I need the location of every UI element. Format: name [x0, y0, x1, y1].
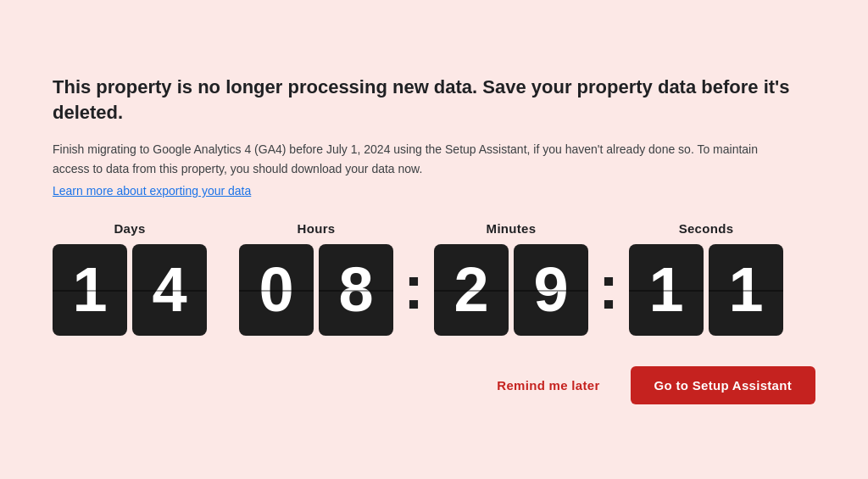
- minutes-label: Minutes: [487, 221, 537, 236]
- hours-digit-2-value: 8: [338, 259, 373, 321]
- seconds-label: Seconds: [679, 221, 734, 236]
- hours-unit: Hours 0 8: [239, 221, 393, 336]
- minutes-digit-1: 2: [434, 244, 509, 336]
- days-digits: 1 4: [53, 244, 207, 336]
- dialog-title: This property is no longer processing ne…: [53, 75, 815, 125]
- hours-digit-1: 0: [239, 244, 314, 336]
- remind-later-button[interactable]: Remind me later: [480, 368, 616, 403]
- hours-digit-2: 8: [319, 244, 393, 336]
- colon-separator-1: :: [402, 257, 426, 318]
- countdown-wrapper: Days 1 4 Hours 0 8: [53, 221, 783, 336]
- seconds-digit-1-value: 1: [648, 259, 683, 321]
- export-data-link[interactable]: Learn more about exporting your data: [53, 184, 251, 198]
- countdown-section: Days 1 4 Hours 0 8: [53, 221, 815, 336]
- main-dialog: This property is no longer processing ne…: [19, 47, 849, 432]
- seconds-digit-1: 1: [629, 244, 704, 336]
- days-digit-1: 1: [53, 244, 127, 336]
- minutes-unit: Minutes 2 9: [434, 221, 588, 336]
- days-digit-1-value: 1: [72, 259, 107, 321]
- days-label: Days: [114, 221, 145, 236]
- days-digit-2-value: 4: [152, 259, 186, 321]
- seconds-digits: 1 1: [629, 244, 783, 336]
- hours-digit-1-value: 0: [259, 259, 293, 321]
- buttons-row: Remind me later Go to Setup Assistant: [53, 366, 815, 404]
- dialog-description: Finish migrating to Google Analytics 4 (…: [53, 140, 790, 178]
- seconds-digit-2-value: 1: [728, 259, 763, 321]
- minutes-digit-1-value: 2: [453, 259, 488, 321]
- hours-digits: 0 8: [239, 244, 393, 336]
- days-digit-2: 4: [132, 244, 207, 336]
- minutes-digit-2-value: 9: [533, 259, 568, 321]
- hours-label: Hours: [298, 221, 336, 236]
- go-to-setup-button[interactable]: Go to Setup Assistant: [631, 366, 815, 404]
- seconds-unit: Seconds 1 1: [629, 221, 783, 336]
- seconds-digit-2: 1: [709, 244, 783, 336]
- days-unit: Days 1 4: [53, 221, 207, 336]
- colon-separator-2: :: [597, 257, 620, 318]
- minutes-digit-2: 9: [514, 244, 588, 336]
- minutes-digits: 2 9: [434, 244, 588, 336]
